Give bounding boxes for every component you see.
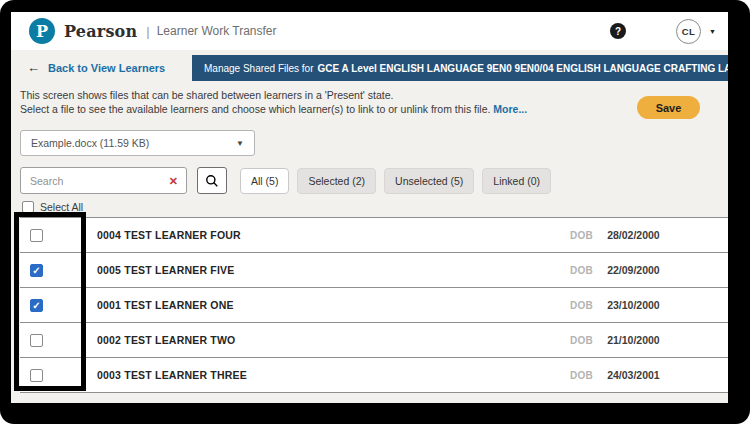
- brand-divider: |: [146, 24, 149, 39]
- filter-linked[interactable]: Linked (0): [482, 168, 551, 194]
- filter-group: All (5) Selected (2) Unselected (5) Link…: [240, 168, 551, 194]
- select-all[interactable]: Select All: [22, 201, 83, 213]
- dob-label: DOB: [570, 265, 593, 276]
- manage-shared-files-banner: Manage Shared Files for GCE A Level ENGL…: [192, 55, 728, 81]
- top-bar: P Pearson | Learner Work Transfer ? CL ▼: [11, 12, 728, 50]
- magnifier-icon: [205, 174, 219, 188]
- dob-label: DOB: [570, 230, 593, 241]
- search-input[interactable]: [21, 168, 186, 193]
- filter-all[interactable]: All (5): [240, 168, 289, 194]
- learner-row: 0001 TEST LEARNER ONE DOB 23/10/2000: [20, 288, 728, 323]
- row-checkbox[interactable]: [30, 334, 43, 347]
- intro-text: This screen shows files that can be shar…: [20, 88, 590, 116]
- search-box: ✕: [20, 167, 187, 194]
- clear-search-icon[interactable]: ✕: [169, 174, 178, 188]
- banner-prefix: Manage Shared Files for: [204, 63, 314, 74]
- file-dropdown-value: Example.docx (11.59 KB): [31, 137, 149, 149]
- dob-value: 23/10/2000: [607, 299, 660, 311]
- dob-value: 24/03/2001: [607, 369, 660, 381]
- learner-name: 0005 TEST LEARNER FIVE: [97, 264, 234, 276]
- intro-line-2: Select a file to see the available learn…: [20, 102, 590, 116]
- dob-value: 21/10/2000: [607, 334, 660, 346]
- app-screen: P Pearson | Learner Work Transfer ? CL ▼…: [11, 12, 728, 403]
- search-button[interactable]: [197, 167, 227, 194]
- learner-row: 0005 TEST LEARNER FIVE DOB 22/09/2000: [20, 253, 728, 288]
- row-checkbox[interactable]: [30, 264, 43, 277]
- help-icon[interactable]: ?: [610, 23, 626, 39]
- app-title: Learner Work Transfer: [157, 24, 277, 38]
- dob-label: DOB: [570, 300, 593, 311]
- pearson-p-icon: P: [29, 18, 55, 44]
- filter-unselected[interactable]: Unselected (5): [384, 168, 474, 194]
- learner-name: 0002 TEST LEARNER TWO: [97, 334, 235, 346]
- brand: P Pearson | Learner Work Transfer: [29, 18, 277, 44]
- select-all-label: Select All: [40, 201, 83, 213]
- file-dropdown[interactable]: Example.docx (11.59 KB) ▼: [20, 130, 255, 156]
- brand-name: Pearson: [64, 22, 137, 41]
- learner-table: 0004 TEST LEARNER FOUR DOB 28/02/2000 00…: [20, 217, 728, 393]
- chevron-down-icon: ▼: [236, 139, 244, 148]
- dob-label: DOB: [570, 370, 593, 381]
- screenshot-frame: P Pearson | Learner Work Transfer ? CL ▼…: [0, 0, 750, 424]
- toolbar: ✕ All (5) Selected (2) Unselected (5) Li…: [20, 167, 728, 194]
- learner-row: 0002 TEST LEARNER TWO DOB 21/10/2000: [20, 323, 728, 358]
- filter-selected[interactable]: Selected (2): [297, 168, 376, 194]
- dob-value: 22/09/2000: [607, 264, 660, 276]
- learner-name: 0001 TEST LEARNER ONE: [97, 299, 234, 311]
- chevron-down-icon[interactable]: ▼: [709, 28, 716, 35]
- row-checkbox[interactable]: [30, 369, 43, 382]
- learner-name: 0003 TEST LEARNER THREE: [97, 369, 247, 381]
- user-menu[interactable]: CL ▼: [676, 19, 716, 44]
- top-bar-right: ? CL ▼: [610, 19, 716, 44]
- intro-line-1: This screen shows files that can be shar…: [20, 88, 590, 102]
- more-link[interactable]: More...: [493, 103, 527, 115]
- banner-course: GCE A Level ENGLISH LANGUAGE 9EN0 9EN0/0…: [318, 63, 728, 74]
- dob-label: DOB: [570, 335, 593, 346]
- save-button[interactable]: Save: [637, 96, 700, 119]
- dob-value: 28/02/2000: [607, 229, 660, 241]
- row-checkbox[interactable]: [30, 229, 43, 242]
- select-all-checkbox[interactable]: [22, 201, 34, 213]
- learner-row: 0003 TEST LEARNER THREE DOB 24/03/2001: [20, 358, 728, 393]
- learner-name: 0004 TEST LEARNER FOUR: [97, 229, 241, 241]
- row-checkbox[interactable]: [30, 299, 43, 312]
- back-link-label[interactable]: Back to View Learners: [48, 62, 165, 74]
- learner-row: 0004 TEST LEARNER FOUR DOB 28/02/2000: [20, 218, 728, 253]
- back-to-view-learners-link[interactable]: ← Back to View Learners: [27, 60, 165, 75]
- avatar[interactable]: CL: [676, 19, 701, 44]
- arrow-left-icon: ←: [27, 60, 40, 75]
